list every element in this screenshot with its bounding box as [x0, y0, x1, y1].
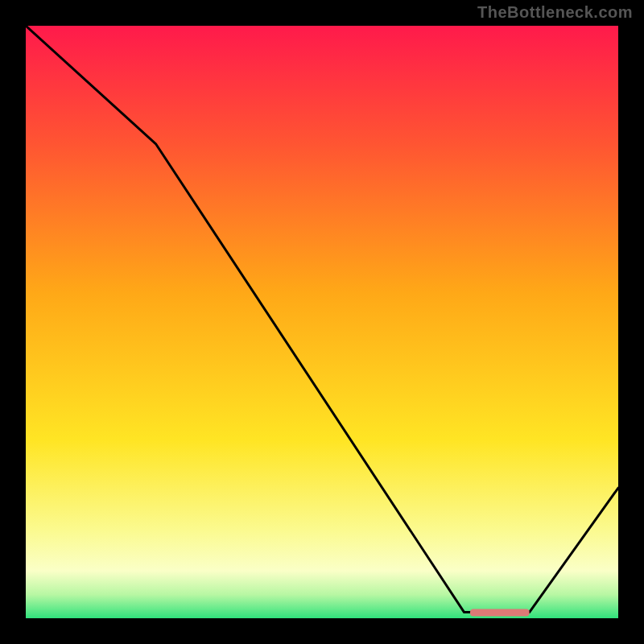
- watermark-text: TheBottleneck.com: [477, 3, 633, 22]
- chart-root: TheBottleneck.com: [0, 0, 644, 644]
- y-axis: [23, 26, 26, 621]
- gradient-rect: [26, 26, 618, 618]
- chart-svg: [26, 26, 618, 618]
- plot-area: [26, 26, 618, 618]
- optimal-marker: [470, 609, 530, 617]
- x-axis: [26, 618, 618, 621]
